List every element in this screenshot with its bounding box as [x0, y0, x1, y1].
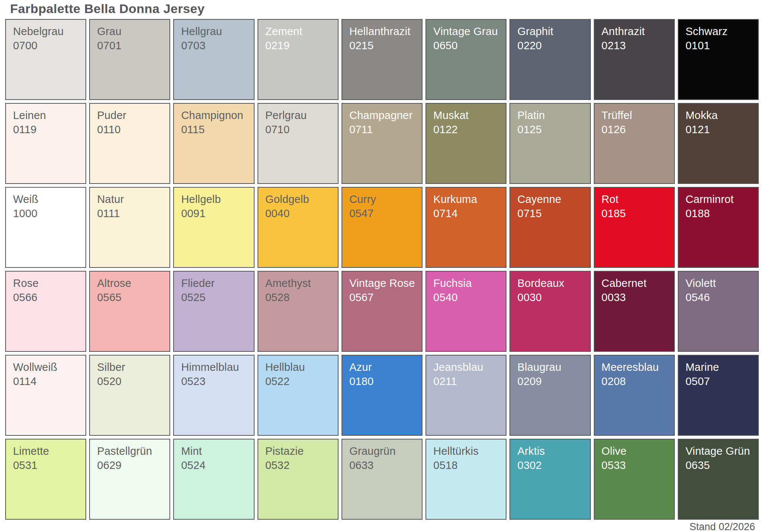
swatch-code: 0185: [602, 206, 673, 220]
swatch-name: Kurkuma: [433, 192, 505, 206]
swatch-natur: Natur0111: [89, 187, 170, 268]
swatch-code: 0633: [349, 458, 421, 472]
swatch-code: 0567: [349, 290, 421, 304]
swatch-weiss: Weiß1000: [5, 187, 86, 268]
swatch-name: Vintage Rose: [349, 276, 421, 290]
swatch-code: 0547: [349, 206, 421, 220]
swatch-name: Fuchsia: [433, 276, 505, 290]
swatch-name: Champignon: [181, 108, 253, 122]
footer-date: Stand 02/2026: [0, 521, 755, 532]
swatch-name: Altrose: [97, 276, 169, 290]
swatch-name: Amethyst: [265, 276, 337, 290]
swatch-code: 0030: [517, 290, 589, 304]
swatch-platin: Platin0125: [509, 103, 590, 184]
swatch-leinen: Leinen0119: [5, 103, 86, 184]
swatch-name: Vintage Grün: [686, 444, 757, 458]
swatch-name: Mokka: [686, 108, 757, 122]
swatch-nebelgrau: Nebelgrau0700: [5, 19, 86, 100]
swatch-name: Limette: [13, 444, 85, 458]
swatch-vintage-grau: Vintage Grau0650: [425, 19, 506, 100]
swatch-code: 0111: [97, 206, 169, 220]
swatch-blaugrau: Blaugrau0209: [509, 355, 590, 436]
palette-grid: Nebelgrau0700Grau0701Hellgrau0703Zement0…: [0, 19, 764, 520]
swatch-himmelblau: Himmelblau0523: [173, 355, 254, 436]
swatch-code: 0302: [517, 458, 589, 472]
swatch-code: 0121: [686, 122, 757, 137]
swatch-name: Flieder: [181, 276, 253, 290]
swatch-helltuerkis: Helltürkis0518: [425, 439, 506, 520]
swatch-wollweiss: Wollweiß0114: [5, 355, 86, 436]
swatch-name: Graphit: [517, 24, 589, 38]
swatch-name: Leinen: [13, 108, 85, 122]
swatch-marine: Marine0507: [678, 355, 759, 436]
swatch-code: 0523: [181, 374, 253, 388]
swatch-name: Anthrazit: [602, 24, 673, 38]
swatch-code: 0703: [181, 38, 253, 53]
swatch-limette: Limette0531: [5, 439, 86, 520]
swatch-violett: Violett0546: [678, 271, 759, 352]
swatch-name: Bordeaux: [517, 276, 589, 290]
swatch-code: 0701: [97, 38, 169, 53]
swatch-code: 0635: [686, 458, 757, 472]
swatch-code: 0715: [517, 206, 589, 220]
swatch-olive: Olive0533: [594, 439, 675, 520]
swatch-perlgrau: Perlgrau0710: [258, 103, 339, 184]
swatch-code: 0522: [265, 374, 337, 388]
swatch-code: 0215: [349, 38, 421, 53]
swatch-name: Hellanthrazit: [349, 24, 421, 38]
swatch-flieder: Flieder0525: [173, 271, 254, 352]
swatch-name: Rot: [602, 192, 673, 206]
swatch-name: Grau: [97, 24, 169, 38]
swatch-name: Schwarz: [686, 24, 757, 38]
swatch-hellblau: Hellblau0522: [258, 355, 339, 436]
swatch-code: 0566: [13, 290, 85, 304]
swatch-code: 0546: [686, 290, 757, 304]
swatch-name: Cayenne: [517, 192, 589, 206]
swatch-code: 0114: [13, 374, 85, 388]
swatch-code: 0525: [181, 290, 253, 304]
swatch-name: Himmelblau: [181, 360, 253, 374]
swatch-code: 0700: [13, 38, 85, 53]
swatch-name: Goldgelb: [265, 192, 337, 206]
swatch-name: Hellgelb: [181, 192, 253, 206]
swatch-code: 0650: [433, 38, 505, 53]
swatch-name: Platin: [517, 108, 589, 122]
swatch-code: 0110: [97, 122, 169, 137]
swatch-code: 0629: [97, 458, 169, 472]
swatch-curry: Curry0547: [342, 187, 422, 268]
swatch-code: 0115: [181, 122, 253, 137]
swatch-code: 0126: [602, 122, 673, 137]
swatch-mint: Mint0524: [173, 439, 254, 520]
swatch-name: Champagner: [349, 108, 421, 122]
swatch-name: Mint: [181, 444, 253, 458]
swatch-hellgrau: Hellgrau0703: [173, 19, 254, 100]
swatch-rot: Rot0185: [594, 187, 675, 268]
swatch-pistazie: Pistazie0532: [258, 439, 339, 520]
swatch-name: Violett: [686, 276, 757, 290]
swatch-name: Helltürkis: [433, 444, 505, 458]
swatch-name: Vintage Grau: [433, 24, 505, 38]
swatch-hellanthrazit: Hellanthrazit0215: [342, 19, 422, 100]
swatch-name: Muskat: [433, 108, 505, 122]
swatch-code: 0091: [181, 206, 253, 220]
swatch-code: 0710: [265, 122, 337, 137]
swatch-bordeaux: Bordeaux0030: [509, 271, 590, 352]
swatch-name: Zement: [265, 24, 337, 38]
swatch-code: 0213: [602, 38, 673, 53]
swatch-code: 0540: [433, 290, 505, 304]
swatch-puder: Puder0110: [89, 103, 170, 184]
swatch-code: 0211: [433, 374, 505, 388]
swatch-goldgelb: Goldgelb0040: [258, 187, 339, 268]
swatch-pastellgruen: Pastellgrün0629: [89, 439, 170, 520]
swatch-champignon: Champignon0115: [173, 103, 254, 184]
swatch-graphit: Graphit0220: [509, 19, 590, 100]
swatch-name: Rose: [13, 276, 85, 290]
swatch-name: Azur: [349, 360, 421, 374]
swatch-code: 0528: [265, 290, 337, 304]
swatch-code: 0533: [602, 458, 673, 472]
swatch-jeansblau: Jeansblau0211: [425, 355, 506, 436]
swatch-altrose: Altrose0565: [89, 271, 170, 352]
swatch-carminrot: Carminrot0188: [678, 187, 759, 268]
swatch-code: 1000: [13, 206, 85, 220]
swatch-code: 0565: [97, 290, 169, 304]
